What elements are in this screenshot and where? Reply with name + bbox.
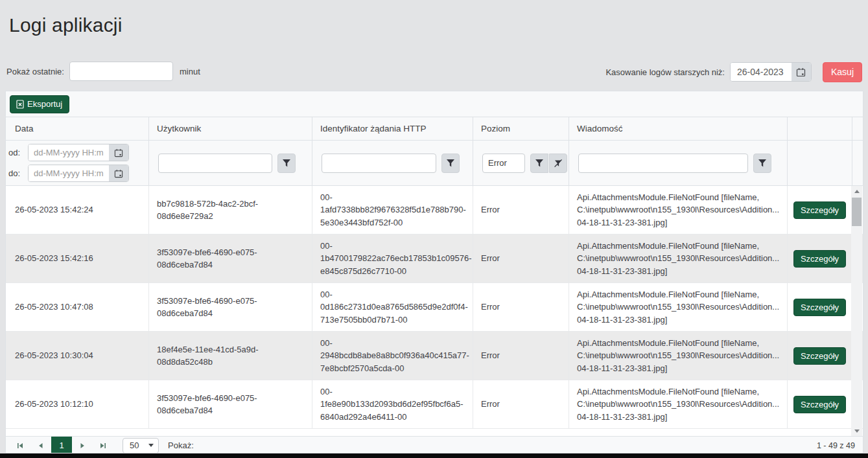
last-page-icon bbox=[99, 442, 107, 450]
cell-date: 26-05-2023 10:30:04 bbox=[6, 332, 148, 380]
user-filter-input[interactable] bbox=[158, 154, 272, 173]
vertical-scrollbar[interactable] bbox=[851, 186, 862, 436]
cell-message: Api.AttachmentsModule.FileNotFound [file… bbox=[569, 283, 787, 331]
first-page-button[interactable] bbox=[10, 437, 30, 454]
scroll-down-button[interactable] bbox=[851, 426, 862, 436]
logs-grid: Eksportuj Data Użytkownik Identyfikator … bbox=[5, 91, 863, 453]
cell-date: 26-05-2023 10:12:10 bbox=[6, 380, 148, 428]
export-button[interactable]: Eksportuj bbox=[10, 95, 69, 113]
date-from-input[interactable] bbox=[29, 144, 109, 161]
cell-request-id: 00- 2948bcdb8abe8a8bc0f936a40c415a77- 7e… bbox=[312, 332, 473, 380]
level-filter-button[interactable] bbox=[530, 154, 548, 173]
table-row: 26-05-2023 15:42:24 bb7c9818-572b-4ac2-2… bbox=[6, 186, 863, 235]
calendar-icon bbox=[796, 67, 806, 77]
calendar-icon bbox=[114, 169, 123, 178]
cell-user: 3f53097e-bfe6-4690-e075- 08d6ceba7d84 bbox=[148, 235, 312, 282]
date-to-picker[interactable] bbox=[28, 165, 129, 182]
cell-date: 26-05-2023 15:42:16 bbox=[6, 235, 148, 282]
level-clear-filter-button[interactable] bbox=[549, 154, 567, 173]
bottom-black-bar bbox=[0, 453, 868, 458]
table-row: 26-05-2023 10:47:08 3f53097e-bfe6-4690-e… bbox=[6, 283, 863, 332]
column-header-request-id[interactable]: Identyfikator żądania HTTP bbox=[312, 117, 473, 140]
show-last-input[interactable] bbox=[70, 62, 173, 80]
level-filter-cell bbox=[473, 141, 569, 185]
delete-date-picker[interactable] bbox=[730, 62, 812, 82]
page-title: Logi aplikacji bbox=[9, 14, 123, 36]
cell-message: Api.AttachmentsModule.FileNotFound [file… bbox=[569, 380, 787, 428]
delete-older-label: Kasowanie logów starszych niż: bbox=[605, 67, 725, 77]
message-filter-cell bbox=[569, 141, 787, 185]
date-to-label: do: bbox=[8, 168, 28, 178]
show-last-label: Pokaż ostatnie: bbox=[6, 67, 64, 76]
message-filter-button[interactable] bbox=[753, 154, 771, 173]
pager-bar: 1 50 Pokaż: 1 - 49 z 49 bbox=[6, 436, 863, 453]
kasuj-button[interactable]: Kasuj bbox=[823, 62, 862, 82]
filter-icon bbox=[282, 159, 291, 168]
date-from-picker[interactable] bbox=[28, 144, 129, 161]
grid-toolbar: Eksportuj bbox=[6, 91, 863, 117]
filter-spacer bbox=[852, 141, 863, 185]
date-filter-cell: od: do: bbox=[6, 141, 148, 185]
scroll-down-icon bbox=[854, 429, 860, 433]
prev-page-button[interactable] bbox=[30, 437, 51, 454]
scroll-up-icon bbox=[854, 190, 860, 193]
next-page-icon bbox=[78, 442, 86, 450]
excel-file-icon bbox=[16, 100, 25, 109]
user-filter-cell bbox=[148, 141, 312, 185]
cell-level: Error bbox=[473, 380, 569, 428]
request-filter-cell bbox=[312, 141, 473, 185]
column-header-user[interactable]: Użytkownik bbox=[148, 117, 312, 140]
export-button-label: Eksportuj bbox=[27, 99, 62, 109]
page-range-label: 1 - 49 z 49 bbox=[817, 441, 855, 450]
page-size-select[interactable]: 50 bbox=[123, 438, 159, 453]
column-header-data[interactable]: Data bbox=[6, 117, 148, 140]
cell-message: Api.AttachmentsModule.FileNotFound [file… bbox=[569, 332, 787, 380]
chevron-down-icon bbox=[148, 444, 154, 447]
cell-request-id: 00- 1fe8e90b133d2093bd6d2ef95fbcf6a5- 68… bbox=[312, 380, 473, 428]
show-last-combobox[interactable] bbox=[69, 62, 173, 81]
calendar-icon bbox=[114, 148, 123, 157]
actions-filter-cell bbox=[787, 141, 852, 185]
header-spacer bbox=[852, 117, 863, 140]
grid-rows: 26-05-2023 15:42:24 bb7c9818-572b-4ac2-2… bbox=[6, 186, 863, 436]
cell-message: Api.AttachmentsModule.FileNotFound [file… bbox=[569, 235, 787, 282]
cell-actions: Szczegóły bbox=[787, 332, 852, 380]
request-filter-input[interactable] bbox=[322, 154, 436, 173]
date-to-input[interactable] bbox=[29, 165, 109, 181]
first-page-icon bbox=[16, 442, 24, 450]
cell-user: bb7c9818-572b-4ac2-2bcf- 08d6e8e729a2 bbox=[148, 186, 312, 234]
date-from-label: od: bbox=[8, 148, 28, 157]
next-page-button[interactable] bbox=[72, 437, 93, 454]
minutes-label: minut bbox=[180, 67, 200, 76]
prev-page-icon bbox=[37, 442, 45, 450]
message-filter-input[interactable] bbox=[578, 154, 748, 173]
details-button[interactable]: Szczegóły bbox=[793, 250, 846, 268]
cell-message: Api.AttachmentsModule.FileNotFound [file… bbox=[569, 186, 787, 234]
page-1-button[interactable]: 1 bbox=[51, 437, 72, 454]
filter-icon bbox=[758, 159, 767, 168]
delete-date-input[interactable] bbox=[731, 63, 792, 81]
date-to-calendar-button[interactable] bbox=[109, 165, 128, 181]
grid-header-row: Data Użytkownik Identyfikator żądania HT… bbox=[6, 117, 863, 141]
request-filter-button[interactable] bbox=[441, 154, 460, 173]
page-size-value: 50 bbox=[130, 441, 139, 450]
level-filter-input[interactable] bbox=[482, 154, 525, 173]
delete-date-calendar-button[interactable] bbox=[792, 63, 811, 81]
cell-level: Error bbox=[473, 283, 569, 331]
column-header-actions bbox=[787, 117, 852, 140]
cell-request-id: 00- 1afd7338bb82f9676328f5d1e788b790- 5e… bbox=[312, 186, 473, 234]
table-row: 26-05-2023 15:42:16 3f53097e-bfe6-4690-e… bbox=[6, 235, 863, 283]
cell-date: 26-05-2023 10:47:08 bbox=[6, 283, 148, 331]
scroll-up-button[interactable] bbox=[851, 186, 862, 196]
scroll-thumb[interactable] bbox=[852, 198, 862, 226]
details-button[interactable]: Szczegóły bbox=[793, 299, 846, 316]
column-header-level[interactable]: Poziom bbox=[473, 117, 569, 140]
details-button[interactable]: Szczegóły bbox=[793, 201, 846, 219]
column-header-message[interactable]: Wiadomość bbox=[569, 117, 787, 140]
show-label: Pokaż: bbox=[168, 441, 194, 450]
user-filter-button[interactable] bbox=[277, 154, 296, 173]
details-button[interactable]: Szczegóły bbox=[793, 396, 846, 413]
last-page-button[interactable] bbox=[93, 437, 113, 454]
date-from-calendar-button[interactable] bbox=[109, 144, 128, 161]
details-button[interactable]: Szczegóły bbox=[793, 347, 846, 365]
